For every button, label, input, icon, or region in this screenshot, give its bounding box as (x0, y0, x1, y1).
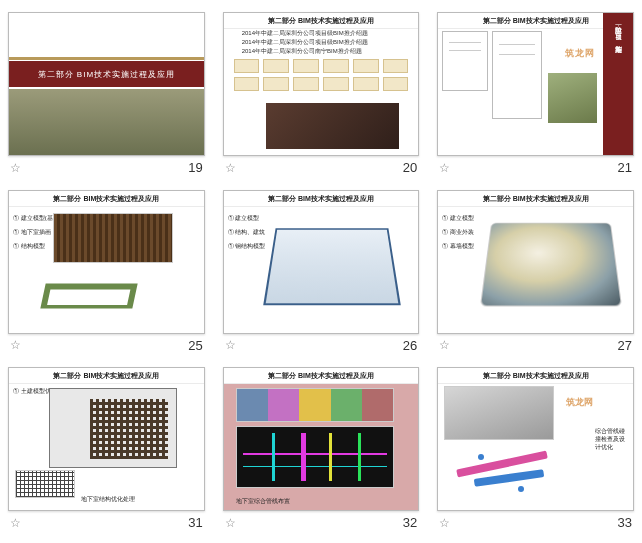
folder-icon (293, 77, 319, 91)
slide-thumbnail[interactable]: 第二部分 BIM技术实施过程及应用 建立模型 结构、建筑 钢结构模型 (223, 190, 420, 334)
page-number: 21 (618, 160, 632, 175)
slide-grid: 第二部分 BIM技术实施过程及应用 ☆ 19 第二部分 BIM技术实施过程及应用… (8, 12, 634, 531)
photo (266, 103, 398, 149)
list-item: 2014年中建二局深圳分公司项目级BIM推介绍题 (230, 38, 413, 47)
slide-footer: ☆ 26 (223, 338, 420, 353)
favorite-icon[interactable]: ☆ (439, 161, 450, 175)
structure-image (444, 386, 554, 440)
slide-thumbnail[interactable]: 第二部分 BIM技术实施过程及应用 (8, 12, 205, 156)
slide-thumbnail[interactable]: 第二部分 BIM技术实施过程及应用 建立模型 商业外装 幕墙模型 (437, 190, 634, 334)
slide-header: 第二部分 BIM技术实施过程及应用 (438, 368, 633, 384)
photo-render (9, 89, 204, 155)
watermark: 筑龙网 (566, 396, 593, 409)
favorite-icon[interactable]: ☆ (439, 516, 450, 530)
slide-header: 第二部分 BIM技术实施过程及应用 (9, 191, 204, 207)
slide-footer: ☆ 25 (8, 338, 205, 353)
icon-row (234, 59, 409, 91)
slide-cell: 第二部分 BIM技术实施过程及应用 筑龙网 第一阶段：项目BIM策划与准备 ☆ … (437, 12, 634, 176)
slide-header: 第二部分 BIM技术实施过程及应用 (224, 368, 419, 384)
slide-footer: ☆ 31 (8, 515, 205, 530)
slide-cell: 第二部分 BIM技术实施过程及应用 ☆ 19 (8, 12, 205, 176)
slide-footer: ☆ 27 (437, 338, 634, 353)
bullet: 商业外装 (442, 229, 474, 235)
pipe-bar (474, 469, 544, 487)
page-number: 25 (188, 338, 202, 353)
caption: 地下室结构优化处理 (81, 495, 135, 504)
accent-stripe (9, 57, 204, 60)
favorite-icon[interactable]: ☆ (10, 161, 21, 175)
slide-footer: ☆ 33 (437, 515, 634, 530)
slide-header: 第二部分 BIM技术实施过程及应用 (9, 368, 204, 384)
page-number: 20 (403, 160, 417, 175)
cad-screenshot (49, 388, 177, 468)
slide-footer: ☆ 20 (223, 160, 420, 175)
folder-icon (263, 59, 289, 73)
page-number: 31 (188, 515, 202, 530)
page-number: 32 (403, 515, 417, 530)
page-number: 27 (618, 338, 632, 353)
bullet: 结构、建筑 (228, 229, 266, 235)
caption: 地下室综合管线布置 (236, 497, 290, 506)
slide-footer: ☆ 21 (437, 160, 634, 175)
folder-icon (353, 77, 379, 91)
watermark: 筑龙网 (565, 47, 595, 60)
model-image (53, 213, 173, 263)
page-number: 19 (188, 160, 202, 175)
list-item: 2014年中建二局深圳分公司项目级BIM推介绍题 (230, 29, 413, 38)
slide-cell: 第二部分 BIM技术实施过程及应用 土建模型优化 地下室结构优化处理 ☆ 31 (8, 367, 205, 531)
folder-icon (383, 59, 409, 73)
slide-header: 第二部分 BIM技术实施过程及应用 (224, 191, 419, 207)
folder-icon (234, 59, 260, 73)
slide-thumbnail[interactable]: 第二部分 BIM技术实施过程及应用 土建模型优化 地下室结构优化处理 (8, 367, 205, 511)
slide-cell: 第二部分 BIM技术实施过程及应用 建立模型 商业外装 幕墙模型 ☆ 27 (437, 190, 634, 354)
model-image (263, 228, 401, 305)
text-block: 2014年中建二局深圳分公司项目级BIM推介绍题 2014年中建二局深圳分公司项… (230, 29, 413, 56)
slide-thumbnail[interactable]: 第二部分 BIM技术实施过程及应用 2014年中建二局深圳分公司项目级BIM推介… (223, 12, 420, 156)
clash-diagram (446, 446, 589, 504)
mep-plan (236, 426, 394, 488)
favorite-icon[interactable]: ☆ (225, 516, 236, 530)
rebar-image (15, 470, 75, 498)
slide-cell: 第二部分 BIM技术实施过程及应用 地下室综合管线布置 ☆ 32 (223, 367, 420, 531)
favorite-icon[interactable]: ☆ (439, 338, 450, 352)
slide-thumbnail[interactable]: 第二部分 BIM技术实施过程及应用 筑龙网 第一阶段：项目BIM策划与准备 (437, 12, 634, 156)
slide-thumbnail[interactable]: 第二部分 BIM技术实施过程及应用 筑龙网 综合管线碰撞检查及设计优化 (437, 367, 634, 511)
folder-icon (234, 77, 260, 91)
favorite-icon[interactable]: ☆ (225, 161, 236, 175)
bullet-list: 建立模型 结构、建筑 钢结构模型 (228, 211, 266, 254)
title-banner: 第二部分 BIM技术实施过程及应用 (9, 61, 204, 87)
bullet-list: 建立模型 商业外装 幕墙模型 (442, 211, 474, 254)
model-image (480, 222, 622, 306)
slide-footer: ☆ 32 (223, 515, 420, 530)
slide-cell: 第二部分 BIM技术实施过程及应用 建立模型(基础) 地下室插画 结构模型 ☆ … (8, 190, 205, 354)
mep-image (236, 388, 394, 422)
folder-icon (323, 59, 349, 73)
favorite-icon[interactable]: ☆ (10, 516, 21, 530)
folder-icon (323, 77, 349, 91)
foundation-box (40, 283, 137, 308)
favorite-icon[interactable]: ☆ (225, 338, 236, 352)
dot-icon (478, 454, 484, 460)
slide-cell: 第二部分 BIM技术实施过程及应用 2014年中建二局深圳分公司项目级BIM推介… (223, 12, 420, 176)
bullet: 结构模型 (13, 243, 45, 249)
render-image (548, 73, 597, 123)
bullet: 地下室插画 (13, 229, 51, 235)
favorite-icon[interactable]: ☆ (10, 338, 21, 352)
bullet: 建立模型 (442, 215, 474, 221)
slide-thumbnail[interactable]: 第二部分 BIM技术实施过程及应用 地下室综合管线布置 (223, 367, 420, 511)
folder-icon (353, 59, 379, 73)
slide-cell: 第二部分 BIM技术实施过程及应用 筑龙网 综合管线碰撞检查及设计优化 ☆ 33 (437, 367, 634, 531)
slide-header: 第二部分 BIM技术实施过程及应用 (438, 191, 633, 207)
page-number: 33 (618, 515, 632, 530)
document-preview (442, 31, 488, 91)
slide-cell: 第二部分 BIM技术实施过程及应用 建立模型 结构、建筑 钢结构模型 ☆ 26 (223, 190, 420, 354)
slide-footer: ☆ 19 (8, 160, 205, 175)
dot-icon (518, 486, 524, 492)
slide-thumbnail[interactable]: 第二部分 BIM技术实施过程及应用 建立模型(基础) 地下室插画 结构模型 (8, 190, 205, 334)
list-item: 2014年中建二局深圳分公司南宁BIM推介绍题 (230, 47, 413, 56)
folder-icon (293, 59, 319, 73)
folder-icon (263, 77, 289, 91)
bullet: 钢结构模型 (228, 243, 266, 249)
folder-icon (383, 77, 409, 91)
document-preview (492, 31, 542, 119)
